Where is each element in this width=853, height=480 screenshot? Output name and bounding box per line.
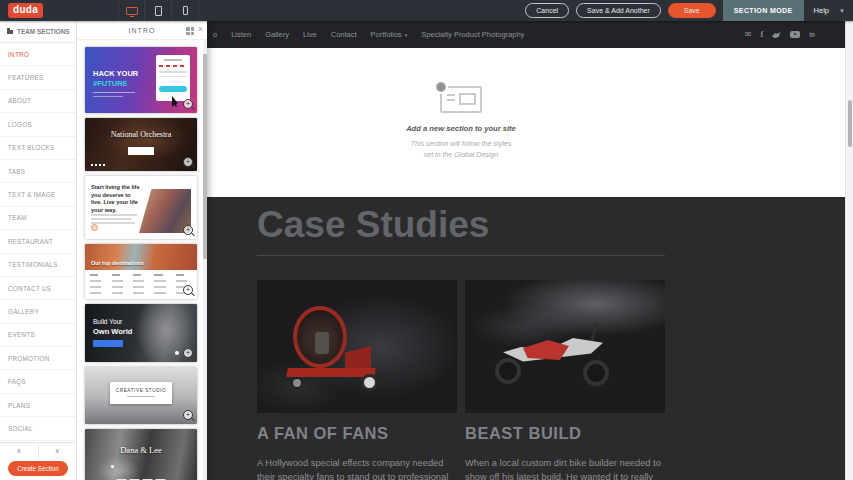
template-list: HACK YOUR #FUTURE National Orchestra	[77, 40, 202, 480]
intro-templates-panel: INTRO × HACK YOUR #FUTURE National Orche…	[77, 21, 207, 480]
linkedin-icon[interactable]: in	[809, 31, 815, 38]
nav-item-specialty-product-photography[interactable]: Specialty Product Photography	[421, 30, 524, 39]
section-title: Case Studies	[257, 204, 665, 246]
desktop-view-button[interactable]	[118, 0, 145, 21]
scroll-up-button[interactable]: ∧	[0, 443, 39, 458]
section-wireframe-icon	[440, 86, 482, 113]
sidebar-item-team[interactable]: TEAM	[0, 207, 76, 230]
card-title: BEAST BUILD	[465, 424, 665, 443]
destinations-table-preview	[85, 270, 197, 294]
card-text: A Hollywood special effects company need…	[257, 456, 457, 480]
bike-image	[465, 280, 665, 413]
nav-item-listen[interactable]: Listen	[231, 30, 251, 39]
chevron-down-icon: ▾	[405, 32, 408, 38]
signup-form-preview	[156, 55, 190, 101]
template-build-your-own-world[interactable]: Build Your Own World	[85, 304, 197, 362]
sidebar-item-about[interactable]: ABOUT	[0, 90, 76, 113]
sidebar-item-features[interactable]: FEATURES	[0, 66, 76, 89]
panel-scrollbar-thumb[interactable]	[203, 54, 207, 259]
device-switcher	[118, 0, 199, 21]
scroll-down-button[interactable]: ∨	[39, 443, 77, 458]
street-image: Our top destinations	[85, 244, 197, 270]
sidebar-item-text-image[interactable]: TEXT & IMAGE	[0, 183, 76, 206]
desktop-icon	[126, 7, 138, 15]
panel-scrollbar[interactable]	[203, 40, 207, 480]
sidebar-item-social[interactable]: SOCIAL	[0, 417, 76, 440]
editor-topbar: duda Cancel Save & Add Another Save SECT…	[0, 0, 853, 21]
case-study-card-bike: BEAST BUILD When a local custom dirt bik…	[465, 280, 665, 480]
cta-button-preview	[93, 340, 123, 347]
template-national-orchestra[interactable]: National Orchestra	[85, 118, 197, 171]
sidebar-item-testimonials[interactable]: TESTIMONIALS	[0, 254, 76, 277]
sidebar-item-contact-us[interactable]: CONTACT US	[0, 277, 76, 300]
app-window: o Listen Gallery Live Contact Portfolios…	[0, 0, 853, 480]
sidebar-item-tabs[interactable]: TABS	[0, 160, 76, 183]
fan-image	[257, 280, 457, 413]
save-button[interactable]: Save	[668, 3, 716, 18]
zoom-preview-icon[interactable]	[183, 285, 193, 295]
mobile-view-button[interactable]	[172, 0, 199, 21]
zoom-preview-icon[interactable]	[183, 157, 193, 167]
card-text: When a local custom dirt bike builder ne…	[465, 456, 665, 480]
tablet-view-button[interactable]	[145, 0, 172, 21]
card-title: A FAN OF FANS	[257, 424, 457, 443]
divider	[257, 255, 665, 256]
template-dana-and-lee[interactable]: Dana & Lee	[85, 429, 197, 480]
sidebar-item-gallery[interactable]: GALLERY	[0, 300, 76, 323]
nav-item-live[interactable]: Live	[303, 30, 317, 39]
mail-icon[interactable]: ✉	[745, 30, 752, 39]
placeholder-title: Add a new section to your site	[341, 124, 581, 133]
social-icons: ✉ f in	[745, 21, 815, 48]
sections-sidebar: TEAM SECTIONS INTRO FEATURES ABOUT LOGOS…	[0, 21, 77, 480]
facebook-icon[interactable]: f	[761, 30, 764, 39]
cancel-button[interactable]: Cancel	[525, 3, 569, 18]
sidebar-item-events[interactable]: EVENTS	[0, 324, 76, 347]
preview-button	[128, 147, 154, 155]
tablet-icon	[155, 6, 162, 16]
mobile-icon	[183, 6, 188, 15]
help-menu[interactable]: Help	[814, 6, 829, 15]
twitter-icon[interactable]	[772, 31, 781, 38]
nav-item-gallery[interactable]: Gallery	[265, 30, 289, 39]
template-top-destinations[interactable]: Our top destinations	[85, 244, 197, 299]
grid-view-icon[interactable]	[186, 27, 194, 35]
window-scrollbar[interactable]	[845, 21, 853, 480]
template-creative-studio[interactable]: CREATIVE STUDIO	[85, 367, 197, 424]
sidebar-header: TEAM SECTIONS	[0, 21, 76, 43]
zoom-preview-icon[interactable]	[183, 410, 193, 420]
sidebar-item-plans[interactable]: PLANS	[0, 394, 76, 417]
chevron-down-icon[interactable]: ▼	[839, 8, 845, 14]
template-hack-your-future[interactable]: HACK YOUR #FUTURE	[85, 47, 197, 113]
sidebar-item-faqs[interactable]: FAQS	[0, 370, 76, 393]
nav-item-truncated[interactable]: o	[213, 30, 217, 39]
sidebar-item-promotion[interactable]: PROMOTION	[0, 347, 76, 370]
panel-title: INTRO	[129, 27, 156, 34]
zoom-preview-icon[interactable]	[183, 348, 193, 358]
sidebar-item-restaurant[interactable]: RESTAURANT	[0, 230, 76, 253]
sidebar-item-text-blocks[interactable]: TEXT BLOCKS	[0, 137, 76, 160]
sidebar-item-intro[interactable]: INTRO	[0, 43, 76, 66]
youtube-icon[interactable]	[790, 31, 800, 38]
case-study-card-fan: A FAN OF FANS A Hollywood special effect…	[257, 280, 457, 480]
close-icon[interactable]: ×	[198, 25, 204, 34]
save-add-another-button[interactable]: Save & Add Another	[576, 3, 661, 18]
gear-badge-icon	[434, 80, 448, 94]
nav-item-contact[interactable]: Contact	[331, 30, 357, 39]
create-section-button[interactable]: Create Section	[8, 461, 68, 476]
template-live-your-way[interactable]: Start living the life you deserve to liv…	[85, 176, 197, 239]
folder-icon	[7, 30, 13, 34]
sidebar-footer: ∧ ∨ Create Section	[0, 442, 76, 480]
play-dot-icon	[91, 224, 98, 231]
zoom-preview-icon[interactable]	[183, 99, 193, 109]
section-mode-badge: SECTION MODE	[723, 0, 804, 21]
scrollbar-thumb[interactable]	[848, 100, 852, 147]
add-section-placeholder: Add a new section to your site This sect…	[341, 86, 581, 160]
nav-item-portfolios[interactable]: Portfolios	[371, 30, 402, 39]
sidebar-item-logos[interactable]: LOGOS	[0, 113, 76, 136]
panel-header: INTRO ×	[77, 21, 207, 40]
placeholder-subtitle: This section will follow the styles set …	[341, 138, 581, 160]
zoom-preview-icon[interactable]	[183, 225, 193, 235]
duda-logo: duda	[8, 3, 43, 18]
